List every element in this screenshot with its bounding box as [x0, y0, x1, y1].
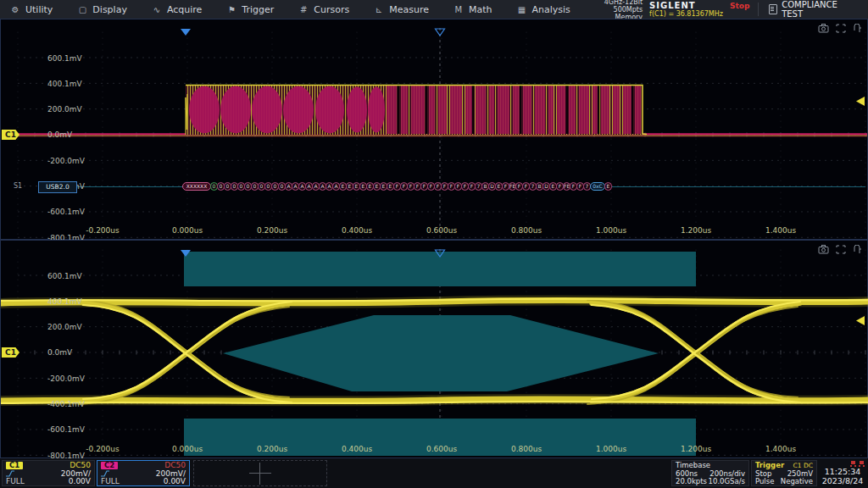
brand-logo: SIGLENT	[649, 1, 723, 10]
time-label: 0.400us	[327, 445, 387, 453]
channel2-box[interactable]: C2 DC50 200mV/ FULL 0.00V	[97, 460, 190, 486]
camera-icon[interactable]	[818, 24, 829, 33]
time-label: 1.400us	[751, 445, 810, 453]
time-label: 1.200us	[666, 226, 726, 235]
menu-item-analysis[interactable]: ▦Analysis	[506, 0, 584, 19]
expand-icon[interactable]	[836, 24, 846, 33]
knob-icon[interactable]	[853, 245, 862, 254]
voltage-label: 0.0mV	[47, 130, 72, 139]
decode-token: XXXXXX	[182, 182, 211, 191]
network-status-icons	[819, 460, 866, 467]
voltage-label: -400.1mV	[47, 400, 85, 408]
analysis-icon: ▦	[516, 5, 526, 14]
brand-block: SIGLENT f(C1) = 36.81367MHz	[649, 1, 723, 18]
knob-icon[interactable]	[853, 24, 862, 33]
voltage-label: -200.0mV	[47, 157, 85, 165]
top-graticule: 600.1mV400.1mV200.0mV0.0mV-200.0mV-400.1…	[0, 19, 868, 240]
eye-diagram-svg	[1, 241, 868, 458]
menu-item-display[interactable]: ▢Display	[67, 0, 142, 19]
trigger-level-marker[interactable]	[856, 97, 865, 106]
acquisition-state[interactable]: Stop	[730, 2, 749, 10]
ch1-chip: C1	[6, 462, 23, 469]
decode-token: E	[604, 182, 612, 191]
menu-item-label: Acquire	[167, 4, 202, 15]
ch2-offset: 0.00V	[164, 478, 186, 486]
usb-packet-burst	[186, 85, 647, 135]
menu-item-cursors[interactable]: #Cursors	[288, 0, 364, 19]
horizontal-reference-marker[interactable]	[181, 29, 191, 36]
time-label: 0.200us	[242, 226, 302, 235]
time-label: 0.400us	[327, 226, 387, 235]
clock-box[interactable]: 11:25:34 2023/8/24	[819, 460, 866, 486]
menu-bar: ⚙Utility▢Display∿Acquire⚑Trigger#Cursors…	[0, 0, 868, 19]
voltage-label: -600.1mV	[47, 208, 85, 216]
time-label: 1.000us	[581, 226, 641, 235]
time-label: 0.600us	[412, 445, 471, 453]
expand-icon[interactable]	[836, 245, 846, 254]
usb-decode-row: XXXXXX00000000000AAAAAAAAEEEEEEEEFFFFFFF…	[183, 182, 612, 191]
measure-icon: ⊾	[374, 5, 384, 14]
math-icon: M	[453, 5, 464, 14]
cursors-icon: #	[298, 5, 309, 14]
oscilloscope-screen: ⚙Utility▢Display∿Acquire⚑Trigger#Cursors…	[0, 0, 868, 488]
menu-items: ⚙Utility▢Display∿Acquire⚑Trigger#Cursors…	[0, 0, 585, 19]
time-label: -0.200us	[73, 445, 132, 453]
time-label: -0.200us	[73, 226, 132, 235]
time-label: 0.600us	[412, 226, 471, 235]
ch2-chip: C2	[101, 462, 118, 469]
menu-item-acquire[interactable]: ∿Acquire	[142, 0, 216, 19]
acquire-icon: ∿	[152, 5, 162, 14]
voltage-label: 400.1mV	[47, 297, 82, 306]
trigger-box[interactable]: TriggerC1 DC Stop250mV PulseNegative	[751, 460, 817, 486]
scope-spec: 4GHz-12Bit 500Mpts Memory	[585, 0, 643, 21]
menu-item-label: Analysis	[531, 4, 570, 15]
gear-icon: ⚙	[10, 5, 20, 14]
channel1-box[interactable]: C1 DC50 200mV/ FULL 0.00V	[2, 460, 95, 486]
menu-item-math[interactable]: MMath	[443, 0, 507, 19]
bottom-graticule-eye-diagram: 600.1mV400.1mV200.0mV0.0mV-200.0mV-400.1…	[0, 240, 868, 458]
mask-eye-hexagon	[223, 315, 659, 391]
menu-item-utility[interactable]: ⚙Utility	[0, 0, 67, 19]
voltage-label: 400.1mV	[47, 80, 82, 88]
trigger-flag-icon: ⚑	[226, 5, 236, 14]
clock-time: 11:25:34	[819, 467, 866, 476]
camera-icon[interactable]	[818, 245, 829, 254]
status-bar: C1 DC50 200mV/ FULL 0.00V C2 DC50 200mV/	[0, 458, 868, 488]
time-label: 0.800us	[497, 445, 556, 453]
voltage-label: -600.1mV	[47, 425, 85, 434]
compliance-test-button[interactable]: COMPLIANCE TEST	[758, 3, 868, 15]
compliance-test-label: COMPLIANCE TEST	[782, 0, 860, 19]
serial-bus-label: S1	[14, 182, 22, 190]
menu-item-label: Trigger	[242, 4, 274, 15]
timebase-box[interactable]: Timebase 600ns200ns/div 20.0kpts10.0GSa/…	[671, 460, 749, 486]
data-field-bits	[387, 86, 641, 134]
voltage-label: 600.1mV	[47, 272, 82, 280]
time-label: 1.400us	[751, 226, 810, 235]
ch1-offset: 0.00V	[69, 478, 91, 486]
voltage-label: 0.0mV	[47, 348, 72, 357]
display-icon: ▢	[77, 5, 87, 14]
top-waveform-svg	[1, 19, 868, 239]
menu-item-label: Math	[469, 4, 492, 15]
trigger-level-marker[interactable]	[856, 316, 865, 325]
time-label: 0.200us	[242, 445, 302, 453]
usb2-decode-badge[interactable]: USB2.0	[38, 181, 77, 193]
menu-item-trigger[interactable]: ⚑Trigger	[216, 0, 288, 19]
timebase-points: 20.0kpts	[676, 478, 707, 486]
ch2-bandwidth: FULL	[101, 478, 120, 486]
frequency-readout: f(C1) = 36.81367MHz	[649, 10, 723, 18]
clock-date: 2023/8/24	[819, 476, 866, 485]
time-label: 0.000us	[158, 445, 217, 453]
menu-item-label: Measure	[389, 4, 429, 15]
add-channel-box[interactable]	[193, 460, 327, 486]
menu-item-measure[interactable]: ⊾Measure	[364, 0, 443, 19]
time-label: 1.200us	[666, 445, 726, 453]
trigger-slope: Negative	[781, 478, 813, 486]
voltage-label: 600.1mV	[47, 54, 82, 63]
time-label: 0.000us	[158, 226, 217, 235]
graticule-toolbar	[818, 245, 862, 254]
menubar-right: 4GHz-12Bit 500Mpts Memory SIGLENT f(C1) …	[585, 0, 868, 19]
voltage-label: 200.0mV	[47, 323, 82, 331]
voltage-label: 200.0mV	[47, 105, 82, 114]
document-icon	[769, 4, 777, 14]
